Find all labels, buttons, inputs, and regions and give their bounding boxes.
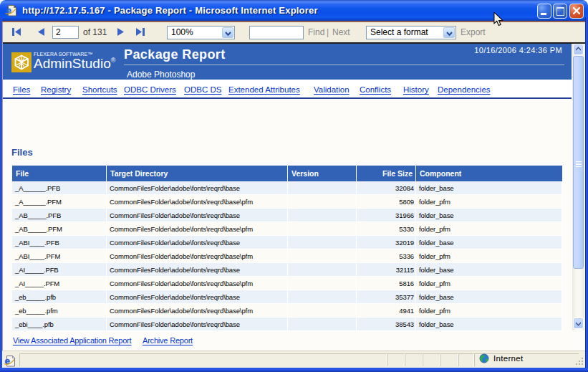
svg-text:e: e xyxy=(6,5,12,16)
svg-text:e: e xyxy=(5,356,11,366)
